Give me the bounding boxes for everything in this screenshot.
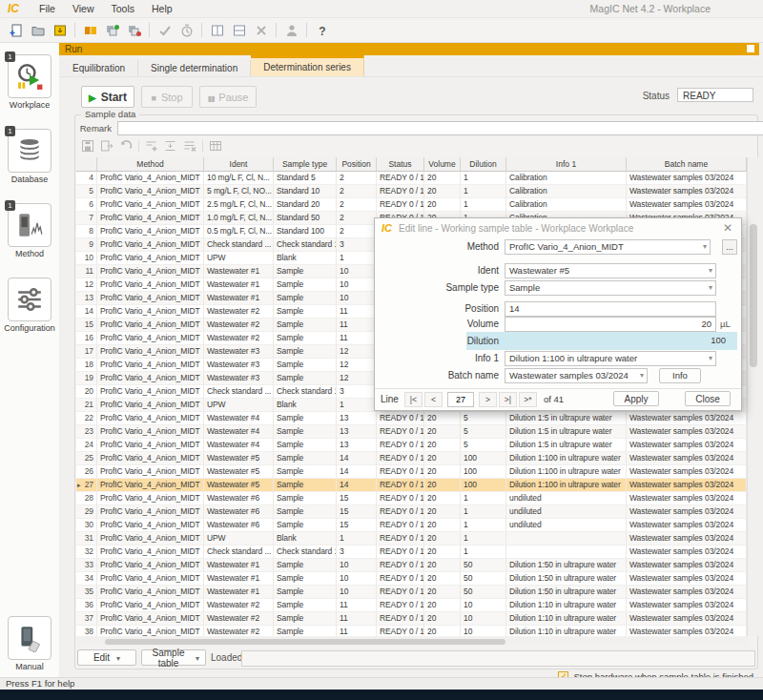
table-row[interactable]: 32ProfIC Vario_4_Anion_MIDTCheck standar… — [76, 546, 747, 559]
method-select[interactable]: ProfIC Vario_4_Anion_MIDT — [505, 239, 711, 255]
export-table-icon[interactable] — [97, 139, 116, 154]
start-button[interactable]: Start — [81, 86, 134, 108]
apply-button[interactable]: Apply — [613, 391, 659, 406]
delete-line-icon[interactable] — [180, 139, 199, 154]
table-row[interactable]: 31ProfIC Vario_4_Anion_MIDTUPWBlank1READ… — [76, 532, 747, 546]
dialog-close-icon[interactable]: ✕ — [721, 221, 734, 235]
sidebar-item-configuration[interactable]: Configuration — [0, 278, 59, 333]
column-header-sample-type[interactable]: Sample type — [274, 157, 337, 172]
table-row[interactable]: 4ProfIC Vario_4_Anion_MIDT10 mg/L F, Cl,… — [76, 172, 747, 185]
table-cell: undiluted — [506, 519, 627, 532]
vertical-scrollbar[interactable] — [747, 157, 759, 636]
device-config-green-icon[interactable] — [101, 20, 123, 40]
table-row[interactable]: 27▸ProfIC Vario_4_Anion_MIDTWastewater #… — [76, 479, 747, 492]
device-config-red-icon[interactable] — [123, 20, 145, 40]
table-row[interactable]: 22ProfIC Vario_4_Anion_MIDTWastewater #4… — [76, 412, 747, 425]
prev-line-button[interactable]: < — [424, 392, 443, 407]
sidebar-item-database[interactable]: 1Database — [0, 129, 59, 184]
table-row[interactable]: 26ProfIC Vario_4_Anion_MIDTWastewater #5… — [76, 465, 747, 479]
next-line-button[interactable]: > — [479, 392, 497, 407]
check-icon[interactable] — [154, 20, 175, 40]
column-header-status[interactable]: Status — [377, 157, 424, 172]
menu-file[interactable]: File — [31, 2, 64, 15]
help-icon[interactable]: ? — [311, 20, 333, 40]
table-row[interactable]: 36ProfIC Vario_4_Anion_MIDTWastewater #2… — [76, 599, 747, 612]
first-line-button[interactable]: |< — [404, 392, 423, 407]
save-file-icon[interactable] — [49, 20, 71, 40]
user-icon[interactable] — [280, 20, 302, 40]
table-cell: Blank — [274, 532, 337, 546]
split-vertical-icon[interactable] — [206, 20, 228, 40]
edit-menu-button[interactable]: Edit — [77, 649, 136, 666]
table-row[interactable]: 6ProfIC Vario_4_Anion_MIDT2.5 mg/L F, Cl… — [76, 198, 747, 212]
menu-view[interactable]: View — [64, 2, 103, 15]
sidebar-item-method[interactable]: 1Method — [0, 203, 59, 258]
new-file-icon[interactable] — [5, 20, 27, 40]
table-row[interactable]: 28ProfIC Vario_4_Anion_MIDTWastewater #6… — [76, 492, 747, 505]
column-header-method[interactable]: Method — [97, 157, 204, 172]
timer-icon[interactable] — [175, 20, 197, 40]
insert-line-icon[interactable] — [161, 139, 180, 154]
table-cell: Dilution 1:5 in ultrapure water — [506, 412, 627, 425]
save-table-icon[interactable] — [78, 139, 97, 154]
table-row[interactable]: 35ProfIC Vario_4_Anion_MIDTWastewater #1… — [76, 586, 747, 599]
split-horizontal-icon[interactable] — [228, 20, 250, 40]
table-row[interactable]: 30ProfIC Vario_4_Anion_MIDTWastewater #6… — [76, 519, 747, 532]
info1-select[interactable]: Dilution 1:100 in ultrapure water — [505, 351, 716, 366]
toolbar-separator — [74, 23, 75, 37]
undo-icon[interactable] — [116, 139, 135, 154]
sidebar-item-workplace[interactable]: 1Workplace — [0, 54, 59, 110]
stop-button[interactable]: Stop — [141, 86, 193, 108]
sample-type-select[interactable]: Sample — [505, 280, 716, 296]
column-header-info-1[interactable]: Info 1 — [506, 157, 627, 172]
position-input[interactable]: 14 — [505, 301, 716, 317]
column-header-batch-name[interactable]: Batch name — [627, 157, 747, 172]
new-line-button[interactable]: >* — [519, 392, 537, 407]
table-cell: 20 — [424, 412, 461, 425]
close-button[interactable]: Close — [685, 391, 731, 406]
open-file-icon[interactable] — [27, 20, 49, 40]
menu-help[interactable]: Help — [143, 2, 181, 15]
remark-input[interactable] — [117, 121, 763, 135]
tab-single-determination[interactable]: Single determination — [138, 60, 251, 76]
run-collapse-button[interactable] — [747, 45, 754, 52]
volume-input[interactable]: 20 — [505, 317, 716, 332]
column-header-ident[interactable]: Ident — [204, 157, 274, 172]
add-line-icon[interactable] — [142, 139, 161, 154]
table-row[interactable]: 29ProfIC Vario_4_Anion_MIDTWastewater #6… — [76, 505, 747, 519]
dialog-title-bar[interactable]: IC Edit line - Working sample table - Wo… — [375, 218, 741, 237]
pause-button[interactable]: Pause — [199, 86, 257, 108]
row-number-cell: 27▸ — [76, 479, 97, 492]
layout-tiles-icon[interactable] — [79, 20, 101, 40]
close-view-icon[interactable] — [250, 20, 272, 40]
horizontal-scrollbar[interactable] — [76, 637, 747, 646]
ident-select[interactable]: Wastewater #5 — [505, 263, 716, 278]
table-cell: Wastewater samples 03/2024 — [627, 546, 747, 559]
last-line-button[interactable]: >| — [499, 392, 517, 407]
table-row[interactable]: 5ProfIC Vario_4_Anion_MIDT5 mg/L F, Cl, … — [76, 185, 747, 198]
table-row[interactable]: 23ProfIC Vario_4_Anion_MIDTWastewater #4… — [76, 425, 747, 439]
table-row[interactable]: 33ProfIC Vario_4_Anion_MIDTWastewater #1… — [76, 559, 747, 572]
sample-table-menu-button[interactable]: Sample table — [141, 649, 206, 666]
dilution-input[interactable]: 100 — [505, 334, 730, 349]
column-header-volume[interactable]: Volume — [424, 157, 461, 172]
fill-table-icon[interactable] — [206, 139, 225, 154]
menu-tools[interactable]: Tools — [103, 2, 144, 15]
table-row[interactable]: 38ProfIC Vario_4_Anion_MIDTWastewater #2… — [76, 626, 747, 636]
tab-equilibration[interactable]: Equilibration — [60, 60, 138, 76]
column-header-dilution[interactable]: Dilution — [461, 157, 506, 172]
batch-name-select[interactable]: Wastewater samples 03/2024 — [505, 368, 648, 383]
column-header-position[interactable]: Position — [337, 157, 377, 172]
info-button[interactable]: Info — [659, 368, 701, 383]
table-row[interactable]: 34ProfIC Vario_4_Anion_MIDTWastewater #1… — [76, 572, 747, 586]
line-number-input[interactable] — [447, 392, 474, 407]
table-row[interactable]: 37ProfIC Vario_4_Anion_MIDTWastewater #2… — [76, 612, 747, 626]
table-row[interactable]: 25ProfIC Vario_4_Anion_MIDTWastewater #5… — [76, 452, 747, 465]
table-row[interactable]: 24ProfIC Vario_4_Anion_MIDTWastewater #4… — [76, 439, 747, 452]
column-header[interactable] — [76, 157, 97, 172]
horizontal-scrollbar-thumb[interactable] — [105, 639, 505, 645]
tab-determination-series[interactable]: Determination series — [251, 55, 364, 76]
sidebar-item-manual[interactable]: Manual — [0, 616, 59, 671]
vertical-scrollbar-thumb[interactable] — [750, 224, 757, 367]
method-more-button[interactable]: ... — [722, 239, 737, 255]
